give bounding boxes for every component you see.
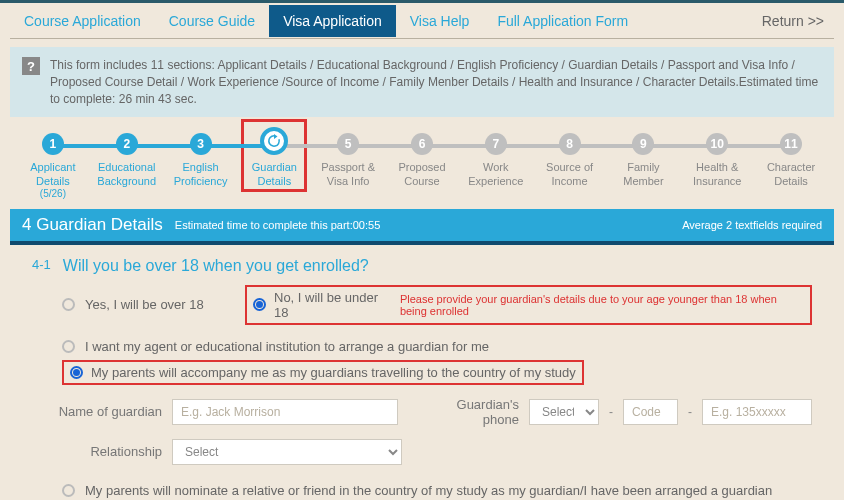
step-3[interactable]: 3 English Proficiency: [164, 127, 238, 187]
section-header: 4 Guardian Details Estimated time to com…: [10, 209, 834, 245]
parents-accompany-highlight: My parents will accompany me as my guard…: [62, 360, 584, 385]
step-8-label: Source of Income: [535, 161, 605, 187]
step-11[interactable]: 11 Character Details: [754, 127, 828, 187]
dash-2: -: [688, 405, 692, 419]
step-7-label: Work Experience: [461, 161, 531, 187]
step-5-label: Passport & Visa Info: [313, 161, 383, 187]
step-10-label: Health & Insurance: [682, 161, 752, 187]
radio-agent-guardian[interactable]: [62, 340, 75, 353]
step-7[interactable]: 7 Work Experience: [459, 127, 533, 187]
guardian-phone-label: Guardian's phone: [418, 397, 519, 427]
step-11-label: Character Details: [756, 161, 826, 187]
step-10-circle: 10: [706, 133, 728, 155]
section-estimate: Estimated time to complete this part:00:…: [175, 219, 380, 231]
step-5[interactable]: 5 Passport & Visa Info: [311, 127, 385, 187]
radio-under-18[interactable]: [253, 298, 266, 311]
step-6-circle: 6: [411, 133, 433, 155]
step-5-circle: 5: [337, 133, 359, 155]
tab-full-application-form[interactable]: Full Application Form: [483, 5, 642, 37]
guardian-phone-country-select[interactable]: Select: [529, 399, 599, 425]
step-11-circle: 11: [780, 133, 802, 155]
radio-agent-guardian-label: I want my agent or educational instituti…: [85, 339, 489, 354]
relationship-select[interactable]: Select: [172, 439, 402, 465]
info-box: ? This form includes 11 sections: Applic…: [10, 47, 834, 117]
help-icon: ?: [22, 57, 40, 75]
step-2-circle: 2: [116, 133, 138, 155]
dash-1: -: [609, 405, 613, 419]
step-2-label: Educational Background: [92, 161, 162, 187]
step-8-circle: 8: [559, 133, 581, 155]
guardian-phone-code-input[interactable]: [623, 399, 678, 425]
step-1[interactable]: 1 Applicant Details (5/26): [16, 127, 90, 198]
guardian-name-input[interactable]: [172, 399, 398, 425]
step-6-label: Proposed Course: [387, 161, 457, 187]
step-9-label: Family Member: [608, 161, 678, 187]
step-3-label: English Proficiency: [166, 161, 236, 187]
tab-course-guide[interactable]: Course Guide: [155, 5, 269, 37]
progress-stepper: 1 Applicant Details (5/26) 2 Educational…: [10, 127, 834, 208]
under-18-highlight: No, I will be under 18 Please provide yo…: [245, 285, 812, 325]
relationship-label: Relationship: [52, 444, 162, 459]
radio-nominate-guardian-label: My parents will nominate a relative or f…: [85, 483, 772, 498]
step-10[interactable]: 10 Health & Insurance: [680, 127, 754, 187]
step-2[interactable]: 2 Educational Background: [90, 127, 164, 187]
radio-parents-accompany[interactable]: [70, 366, 83, 379]
tab-course-application[interactable]: Course Application: [10, 5, 155, 37]
guardian-phone-number-input[interactable]: [702, 399, 812, 425]
step-3-circle: 3: [190, 133, 212, 155]
step-7-circle: 7: [485, 133, 507, 155]
step-1-sub: (5/26): [16, 188, 90, 199]
info-text: This form includes 11 sections: Applican…: [50, 57, 822, 107]
step-9[interactable]: 9 Family Member: [607, 127, 681, 187]
radio-nominate-guardian[interactable]: [62, 484, 75, 497]
step-8[interactable]: 8 Source of Income: [533, 127, 607, 187]
refresh-icon: [266, 133, 282, 149]
top-tabs: Course Application Course Guide Visa App…: [10, 3, 834, 39]
tab-visa-application[interactable]: Visa Application: [269, 5, 396, 37]
step-1-label: Applicant Details: [18, 161, 88, 187]
section-title: 4 Guardian Details: [22, 215, 163, 235]
radio-over-18-label: Yes, I will be over 18: [85, 297, 235, 312]
guardian-warning: Please provide your guardian's details d…: [400, 293, 804, 317]
radio-under-18-label: No, I will be under 18: [274, 290, 384, 320]
tab-visa-help[interactable]: Visa Help: [396, 5, 484, 37]
radio-over-18[interactable]: [62, 298, 75, 311]
guardian-name-label: Name of guardian: [52, 404, 162, 419]
step-1-circle: 1: [42, 133, 64, 155]
section-average: Average 2 textfields required: [682, 219, 822, 231]
question-text: Will you be over 18 when you get enrolle…: [63, 257, 369, 275]
question-number: 4-1: [32, 257, 51, 275]
step-9-circle: 9: [632, 133, 654, 155]
radio-parents-accompany-label: My parents will accompany me as my guard…: [91, 365, 576, 380]
return-link[interactable]: Return >>: [752, 5, 834, 37]
step-4[interactable]: Guardian Details: [237, 127, 311, 187]
step-6[interactable]: 6 Proposed Course: [385, 127, 459, 187]
question-block: 4-1 Will you be over 18 when you get enr…: [10, 245, 834, 500]
